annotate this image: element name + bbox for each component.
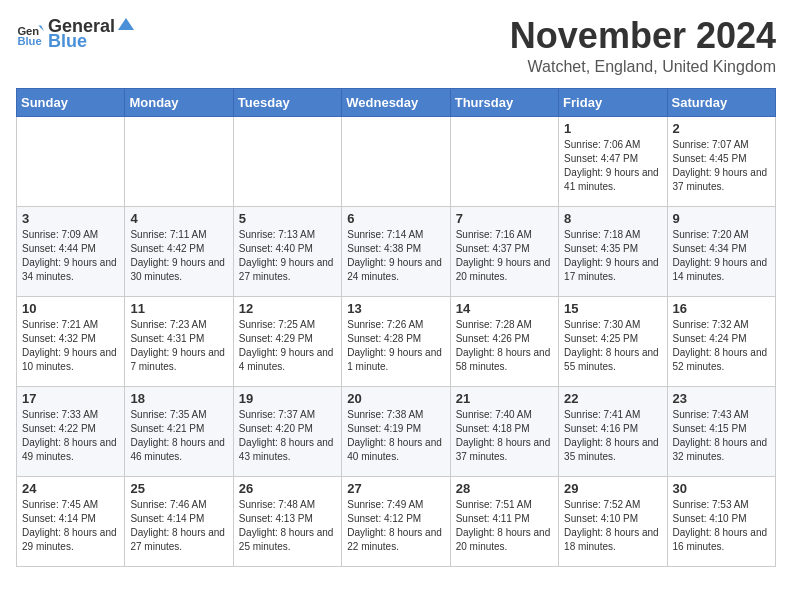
day-number: 28 [456, 481, 553, 496]
day-info: Sunrise: 7:21 AM Sunset: 4:32 PM Dayligh… [22, 318, 119, 374]
day-info: Sunrise: 7:48 AM Sunset: 4:13 PM Dayligh… [239, 498, 336, 554]
day-cell-12: 12Sunrise: 7:25 AM Sunset: 4:29 PM Dayli… [233, 296, 341, 386]
day-info: Sunrise: 7:41 AM Sunset: 4:16 PM Dayligh… [564, 408, 661, 464]
day-number: 23 [673, 391, 770, 406]
day-number: 13 [347, 301, 444, 316]
calendar-table: SundayMondayTuesdayWednesdayThursdayFrid… [16, 88, 776, 567]
header-day-sunday: Sunday [17, 88, 125, 116]
day-number: 1 [564, 121, 661, 136]
month-title: November 2024 [510, 16, 776, 56]
page-header: Gen Blue General Blue November 2024 Watc… [16, 16, 776, 76]
day-cell-16: 16Sunrise: 7:32 AM Sunset: 4:24 PM Dayli… [667, 296, 775, 386]
day-cell-30: 30Sunrise: 7:53 AM Sunset: 4:10 PM Dayli… [667, 476, 775, 566]
day-info: Sunrise: 7:11 AM Sunset: 4:42 PM Dayligh… [130, 228, 227, 284]
day-cell-15: 15Sunrise: 7:30 AM Sunset: 4:25 PM Dayli… [559, 296, 667, 386]
day-cell-22: 22Sunrise: 7:41 AM Sunset: 4:16 PM Dayli… [559, 386, 667, 476]
svg-marker-2 [38, 26, 44, 32]
header-row: SundayMondayTuesdayWednesdayThursdayFrid… [17, 88, 776, 116]
day-info: Sunrise: 7:51 AM Sunset: 4:11 PM Dayligh… [456, 498, 553, 554]
header-day-friday: Friday [559, 88, 667, 116]
week-row-2: 3Sunrise: 7:09 AM Sunset: 4:44 PM Daylig… [17, 206, 776, 296]
day-number: 17 [22, 391, 119, 406]
day-cell-18: 18Sunrise: 7:35 AM Sunset: 4:21 PM Dayli… [125, 386, 233, 476]
day-info: Sunrise: 7:26 AM Sunset: 4:28 PM Dayligh… [347, 318, 444, 374]
svg-text:Blue: Blue [17, 35, 41, 47]
day-cell-3: 3Sunrise: 7:09 AM Sunset: 4:44 PM Daylig… [17, 206, 125, 296]
day-cell-26: 26Sunrise: 7:48 AM Sunset: 4:13 PM Dayli… [233, 476, 341, 566]
calendar-body: 1Sunrise: 7:06 AM Sunset: 4:47 PM Daylig… [17, 116, 776, 566]
day-number: 9 [673, 211, 770, 226]
day-info: Sunrise: 7:49 AM Sunset: 4:12 PM Dayligh… [347, 498, 444, 554]
day-number: 8 [564, 211, 661, 226]
day-number: 2 [673, 121, 770, 136]
day-number: 27 [347, 481, 444, 496]
day-cell-11: 11Sunrise: 7:23 AM Sunset: 4:31 PM Dayli… [125, 296, 233, 386]
day-cell-27: 27Sunrise: 7:49 AM Sunset: 4:12 PM Dayli… [342, 476, 450, 566]
day-cell-28: 28Sunrise: 7:51 AM Sunset: 4:11 PM Dayli… [450, 476, 558, 566]
title-area: November 2024 Watchet, England, United K… [510, 16, 776, 76]
day-cell-29: 29Sunrise: 7:52 AM Sunset: 4:10 PM Dayli… [559, 476, 667, 566]
day-number: 4 [130, 211, 227, 226]
week-row-1: 1Sunrise: 7:06 AM Sunset: 4:47 PM Daylig… [17, 116, 776, 206]
day-cell-24: 24Sunrise: 7:45 AM Sunset: 4:14 PM Dayli… [17, 476, 125, 566]
day-info: Sunrise: 7:25 AM Sunset: 4:29 PM Dayligh… [239, 318, 336, 374]
day-cell-25: 25Sunrise: 7:46 AM Sunset: 4:14 PM Dayli… [125, 476, 233, 566]
week-row-4: 17Sunrise: 7:33 AM Sunset: 4:22 PM Dayli… [17, 386, 776, 476]
day-cell-23: 23Sunrise: 7:43 AM Sunset: 4:15 PM Dayli… [667, 386, 775, 476]
day-cell-7: 7Sunrise: 7:16 AM Sunset: 4:37 PM Daylig… [450, 206, 558, 296]
day-info: Sunrise: 7:14 AM Sunset: 4:38 PM Dayligh… [347, 228, 444, 284]
day-info: Sunrise: 7:32 AM Sunset: 4:24 PM Dayligh… [673, 318, 770, 374]
day-info: Sunrise: 7:06 AM Sunset: 4:47 PM Dayligh… [564, 138, 661, 194]
day-number: 30 [673, 481, 770, 496]
day-number: 29 [564, 481, 661, 496]
day-number: 15 [564, 301, 661, 316]
day-info: Sunrise: 7:52 AM Sunset: 4:10 PM Dayligh… [564, 498, 661, 554]
header-day-wednesday: Wednesday [342, 88, 450, 116]
header-day-saturday: Saturday [667, 88, 775, 116]
day-info: Sunrise: 7:23 AM Sunset: 4:31 PM Dayligh… [130, 318, 227, 374]
day-info: Sunrise: 7:28 AM Sunset: 4:26 PM Dayligh… [456, 318, 553, 374]
day-number: 3 [22, 211, 119, 226]
day-cell-10: 10Sunrise: 7:21 AM Sunset: 4:32 PM Dayli… [17, 296, 125, 386]
calendar-header: SundayMondayTuesdayWednesdayThursdayFrid… [17, 88, 776, 116]
week-row-5: 24Sunrise: 7:45 AM Sunset: 4:14 PM Dayli… [17, 476, 776, 566]
day-info: Sunrise: 7:16 AM Sunset: 4:37 PM Dayligh… [456, 228, 553, 284]
day-number: 14 [456, 301, 553, 316]
week-row-3: 10Sunrise: 7:21 AM Sunset: 4:32 PM Dayli… [17, 296, 776, 386]
logo-arrow-icon [116, 14, 134, 32]
day-info: Sunrise: 7:38 AM Sunset: 4:19 PM Dayligh… [347, 408, 444, 464]
day-info: Sunrise: 7:40 AM Sunset: 4:18 PM Dayligh… [456, 408, 553, 464]
day-cell-14: 14Sunrise: 7:28 AM Sunset: 4:26 PM Dayli… [450, 296, 558, 386]
day-info: Sunrise: 7:30 AM Sunset: 4:25 PM Dayligh… [564, 318, 661, 374]
day-cell-8: 8Sunrise: 7:18 AM Sunset: 4:35 PM Daylig… [559, 206, 667, 296]
day-info: Sunrise: 7:45 AM Sunset: 4:14 PM Dayligh… [22, 498, 119, 554]
day-number: 24 [22, 481, 119, 496]
day-number: 7 [456, 211, 553, 226]
day-number: 10 [22, 301, 119, 316]
empty-cell [125, 116, 233, 206]
day-number: 20 [347, 391, 444, 406]
header-day-monday: Monday [125, 88, 233, 116]
day-cell-6: 6Sunrise: 7:14 AM Sunset: 4:38 PM Daylig… [342, 206, 450, 296]
day-cell-5: 5Sunrise: 7:13 AM Sunset: 4:40 PM Daylig… [233, 206, 341, 296]
day-number: 12 [239, 301, 336, 316]
day-cell-21: 21Sunrise: 7:40 AM Sunset: 4:18 PM Dayli… [450, 386, 558, 476]
empty-cell [233, 116, 341, 206]
header-day-thursday: Thursday [450, 88, 558, 116]
day-number: 21 [456, 391, 553, 406]
day-info: Sunrise: 7:53 AM Sunset: 4:10 PM Dayligh… [673, 498, 770, 554]
day-info: Sunrise: 7:09 AM Sunset: 4:44 PM Dayligh… [22, 228, 119, 284]
logo-icon: Gen Blue [16, 20, 44, 48]
day-cell-20: 20Sunrise: 7:38 AM Sunset: 4:19 PM Dayli… [342, 386, 450, 476]
day-number: 11 [130, 301, 227, 316]
day-number: 18 [130, 391, 227, 406]
day-number: 22 [564, 391, 661, 406]
day-cell-4: 4Sunrise: 7:11 AM Sunset: 4:42 PM Daylig… [125, 206, 233, 296]
day-number: 5 [239, 211, 336, 226]
day-number: 16 [673, 301, 770, 316]
day-info: Sunrise: 7:37 AM Sunset: 4:20 PM Dayligh… [239, 408, 336, 464]
day-cell-19: 19Sunrise: 7:37 AM Sunset: 4:20 PM Dayli… [233, 386, 341, 476]
day-number: 26 [239, 481, 336, 496]
svg-marker-3 [118, 18, 134, 30]
empty-cell [342, 116, 450, 206]
